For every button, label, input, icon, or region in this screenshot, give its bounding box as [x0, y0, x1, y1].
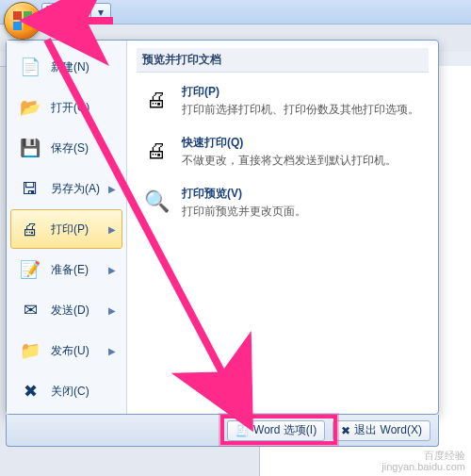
print-icon: 🖨 [17, 216, 43, 242]
menu-item-print[interactable]: 🖨 打印(P) ▶ [10, 209, 122, 249]
menu-right-column: 预览并打印文档 🖨 打印(P) 打印前选择打印机、打印份数及其他打印选项。 🖨 … [127, 41, 438, 414]
submenu-desc: 打印前预览并更改页面。 [182, 204, 306, 220]
watermark: 百度经验 jingyan.baidu.com [382, 450, 465, 472]
menu-item-send[interactable]: ✉ 发送(D) ▶ [10, 290, 122, 330]
send-icon: ✉ [17, 297, 43, 323]
menu-label: 发布(U) [51, 343, 89, 359]
menu-item-new[interactable]: 📄 新建(N) [10, 47, 122, 87]
quick-print-icon: 🖨 [140, 135, 172, 167]
open-icon: 📂 [17, 94, 43, 121]
publish-icon: 📁 [17, 337, 43, 364]
menu-label: 关闭(C) [51, 384, 89, 400]
menu-item-open[interactable]: 📂 打开(O) [10, 88, 122, 127]
menu-label: 保存(S) [51, 140, 89, 156]
submenu-item-quickprint[interactable]: 🖨 快速打印(Q) 不做更改，直接将文档发送到默认打印机。 [137, 129, 429, 180]
menu-item-close[interactable]: ✖ 关闭(C) [10, 371, 122, 411]
menu-item-save[interactable]: 💾 保存(S) [10, 128, 122, 168]
menu-label: 发送(D) [51, 303, 89, 319]
options-icon: 🧾 [236, 424, 250, 437]
submenu-item-preview[interactable]: 🔍 打印预览(V) 打印前预览并更改页面。 [137, 180, 429, 231]
chevron-right-icon: ▶ [108, 265, 116, 275]
title-bar: 💾 ↶ ▾ [0, 0, 471, 25]
chevron-right-icon: ▶ [108, 224, 116, 235]
chevron-right-icon: ▶ [108, 305, 116, 316]
menu-label: 另存为(A) [51, 181, 100, 197]
button-label: Word 选项(I) [253, 422, 317, 438]
new-icon: 📄 [17, 54, 43, 80]
office-menu: 📄 新建(N) 📂 打开(O) 💾 保存(S) 🖫 另存为(A) ▶ 🖨 打印(… [6, 40, 439, 415]
submenu-desc: 不做更改，直接将文档发送到默认打印机。 [182, 153, 397, 169]
submenu-label: 打印预览(V) [182, 186, 306, 202]
menu-label: 新建(N) [51, 59, 89, 75]
menu-label: 打开(O) [51, 100, 89, 116]
submenu-item-print[interactable]: 🖨 打印(P) 打印前选择打印机、打印份数及其他打印选项。 [137, 78, 429, 129]
qat-undo-button[interactable]: ↶ [66, 3, 87, 22]
printer-icon: 🖨 [140, 84, 172, 116]
office-button[interactable] [4, 2, 41, 40]
menu-bottom-bar: 🧾 Word 选项(I) ✖ 退出 Word(X) [6, 415, 439, 447]
prepare-icon: 📝 [17, 256, 43, 283]
menu-left-column: 📄 新建(N) 📂 打开(O) 💾 保存(S) 🖫 另存为(A) ▶ 🖨 打印(… [7, 41, 127, 414]
exit-icon: ✖ [341, 424, 350, 437]
menu-label: 打印(P) [51, 222, 89, 238]
save-icon: 💾 [17, 135, 43, 161]
menu-label: 准备(E) [51, 262, 89, 278]
button-label: 退出 Word(X) [354, 422, 422, 438]
submenu-label: 打印(P) [182, 84, 419, 100]
chevron-right-icon: ▶ [108, 346, 116, 356]
submenu-title: 预览并打印文档 [137, 48, 429, 73]
qat-more-button[interactable]: ▾ [90, 3, 111, 22]
menu-item-prepare[interactable]: 📝 准备(E) ▶ [10, 250, 122, 289]
submenu-desc: 打印前选择打印机、打印份数及其他打印选项。 [182, 102, 419, 118]
close-icon: ✖ [17, 378, 43, 404]
qat-save-button[interactable]: 💾 [41, 3, 62, 22]
menu-item-publish[interactable]: 📁 发布(U) ▶ [10, 331, 122, 370]
exit-word-button[interactable]: ✖ 退出 Word(X) [333, 420, 430, 441]
saveas-icon: 🖫 [17, 175, 43, 202]
word-options-button[interactable]: 🧾 Word 选项(I) [227, 420, 325, 441]
chevron-right-icon: ▶ [108, 184, 116, 194]
menu-item-saveas[interactable]: 🖫 另存为(A) ▶ [10, 169, 122, 208]
submenu-label: 快速打印(Q) [182, 135, 397, 151]
preview-icon: 🔍 [140, 186, 172, 218]
